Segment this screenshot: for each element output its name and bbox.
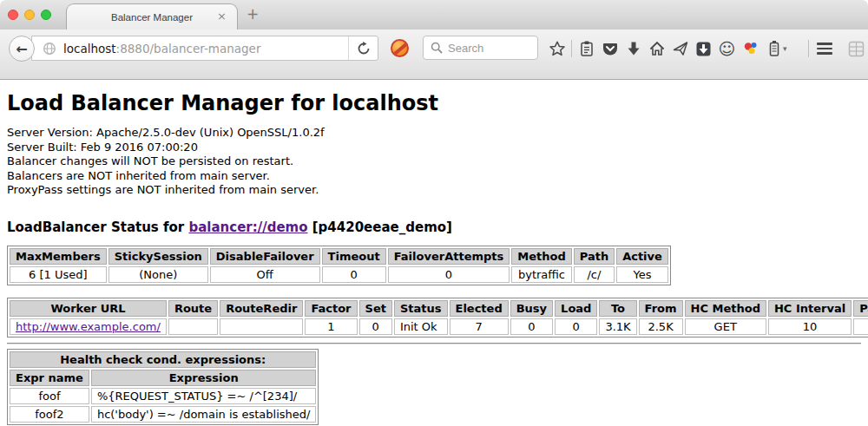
cell-expr-name: foof — [10, 388, 89, 404]
url-bar[interactable]: localhost:8880/balancer-manager — [31, 36, 378, 61]
url-domain: localhost — [63, 42, 116, 56]
back-button[interactable]: ← — [9, 36, 35, 62]
col-stickysession: StickySession — [108, 248, 208, 265]
cell-maxmembers: 6 [1 Used] — [10, 266, 107, 283]
col-worker-url: Worker URL — [10, 300, 167, 317]
cell-path: /c/ — [574, 266, 615, 283]
tab-balancer-manager[interactable]: Balancer Manager × — [66, 3, 238, 29]
proxypass-note-line: ProxyPass settings are NOT inherited fro… — [7, 183, 861, 198]
tab-close-icon[interactable]: × — [217, 10, 227, 23]
battery-icon[interactable] — [762, 37, 786, 60]
heading-prefix: LoadBalancer Status for — [7, 220, 188, 235]
cell-hc-method: GET — [685, 318, 766, 335]
cell-disablefailover: Off — [210, 266, 320, 283]
bookmark-star-icon[interactable] — [545, 37, 569, 60]
cell-elected: 7 — [450, 318, 509, 335]
url-path: :8880/balancer-manager — [116, 42, 261, 56]
new-tab-button[interactable]: + — [247, 5, 259, 23]
cell-busy: 0 — [510, 318, 553, 335]
col-elected: Elected — [450, 300, 509, 317]
col-disablefailover: DisableFailover — [210, 248, 320, 265]
col-status: Status — [394, 300, 448, 317]
toolbar-divider — [808, 40, 809, 57]
content-blocker-icon[interactable] — [391, 39, 409, 57]
health-row: foof %{REQUEST_STATUS} =~ /^[234]/ — [10, 388, 316, 404]
col-route: Route — [168, 300, 218, 317]
table-row: 6 [1 Used] (None) Off 0 0 bytraffic /c/ … — [10, 266, 668, 283]
tab-title: Balancer Manager — [111, 12, 193, 23]
video-download-box-icon[interactable] — [692, 37, 715, 60]
search-box[interactable] — [423, 36, 538, 60]
server-built-line: Server Built: Feb 9 2016 07:00:20 — [7, 141, 861, 155]
health-row: foof2 hc('body') =~ /domain is establish… — [10, 406, 316, 423]
cell-expr-name: foof2 — [10, 406, 89, 423]
toolbar-icons: ☺ ▾ — [545, 36, 868, 62]
col-routeredir: RouteRedir — [220, 300, 303, 317]
cell-to: 3.1K — [599, 318, 636, 335]
col-method: Method — [511, 248, 571, 265]
cell-stickysession: (None) — [108, 266, 208, 283]
pocket-icon[interactable] — [598, 37, 621, 60]
cell-active: Yes — [616, 266, 668, 283]
table-title-row: Health check cond. expressions: — [10, 351, 316, 368]
search-icon — [431, 42, 443, 54]
cell-expression: hc('body') =~ /domain is established/ — [91, 406, 317, 423]
clipboard-icon[interactable] — [575, 37, 598, 60]
col-load: Load — [555, 300, 597, 317]
balancer-demo-link[interactable]: balancer://demo — [188, 220, 307, 235]
cell-route — [168, 318, 218, 335]
search-input[interactable] — [448, 42, 526, 55]
col-maxmembers: MaxMembers — [10, 248, 107, 265]
smiley-icon[interactable]: ☺ — [715, 37, 739, 60]
server-version-line: Server Version: Apache/2.5.0-dev (Unix) … — [7, 126, 861, 141]
send-paper-plane-icon[interactable] — [668, 37, 692, 60]
cell-hc-interval: 10 — [768, 318, 852, 335]
titlebar: Balancer Manager × + — [0, 0, 868, 29]
table-header-row: MaxMembers StickySession DisableFailover… — [10, 248, 668, 265]
home-icon[interactable] — [645, 37, 668, 60]
cell-timeout: 0 — [322, 266, 386, 283]
minimize-window-button[interactable] — [24, 10, 35, 20]
cell-factor: 1 — [305, 318, 357, 335]
url-text[interactable]: localhost:8880/balancer-manager — [63, 42, 348, 56]
col-hc-method: HC Method — [685, 300, 766, 317]
persist-note-line: Balancer changes will NOT be persisted o… — [7, 154, 861, 169]
tab-groups-icon[interactable] — [845, 37, 868, 60]
col-expression: Expression — [91, 370, 317, 386]
col-set: Set — [359, 300, 392, 317]
cell-status: Init Ok — [394, 318, 448, 335]
cell-worker-url: http://www.example.com/ — [10, 318, 167, 335]
menu-icon[interactable] — [817, 43, 832, 55]
col-timeout: Timeout — [322, 248, 386, 265]
table-header-row: Worker URL Route RouteRedir Factor Set S… — [10, 300, 868, 317]
cell-passes: 1 (0) — [853, 318, 868, 335]
health-table-title: Health check cond. expressions: — [10, 351, 316, 368]
zoom-window-button[interactable] — [41, 10, 51, 20]
col-factor: Factor — [305, 300, 357, 317]
close-window-button[interactable] — [8, 10, 18, 20]
cell-load: 0 — [555, 318, 597, 335]
page-content: Load Balancer Manager for localhost Serv… — [0, 91, 868, 426]
cell-from: 2.5K — [639, 318, 683, 335]
col-to: To — [599, 300, 636, 317]
toolbar-divider — [571, 40, 572, 57]
worker-table: Worker URL Route RouteRedir Factor Set S… — [7, 298, 868, 338]
colored-dots-icon[interactable] — [739, 37, 762, 60]
reload-button[interactable] — [348, 36, 378, 60]
loadbalancer-status-heading: LoadBalancer Status for balancer://demo … — [7, 220, 861, 235]
col-from: From — [639, 300, 683, 317]
section-divider — [7, 343, 861, 344]
cell-expression: %{REQUEST_STATUS} =~ /^[234]/ — [91, 388, 317, 404]
inherit-note-line: Balancers are NOT inherited from main se… — [7, 169, 861, 184]
worker-url-link[interactable]: http://www.example.com/ — [16, 320, 161, 333]
cell-method: bytraffic — [511, 266, 571, 283]
globe-icon — [43, 42, 56, 56]
table-header-row: Expr name Expression — [10, 370, 316, 386]
cell-failoverattempts: 0 — [388, 266, 510, 283]
chevron-down-icon[interactable]: ▾ — [783, 44, 787, 53]
col-hc-interval: HC Interval — [768, 300, 852, 317]
cell-set: 0 — [359, 318, 392, 335]
browser-window: Balancer Manager × + ← localhost:8880/ba… — [0, 0, 868, 426]
col-path: Path — [574, 248, 615, 265]
downloads-icon[interactable] — [621, 37, 645, 60]
